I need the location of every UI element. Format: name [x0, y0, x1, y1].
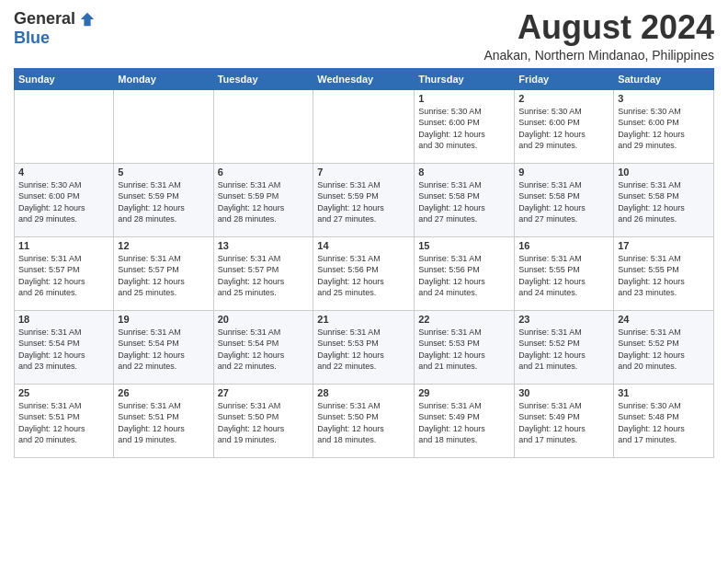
day-detail: Sunrise: 5:31 AM Sunset: 5:53 PM Dayligh…	[317, 327, 410, 373]
calendar-cell: 22Sunrise: 5:31 AM Sunset: 5:53 PM Dayli…	[415, 310, 515, 384]
calendar-cell: 27Sunrise: 5:31 AM Sunset: 5:50 PM Dayli…	[213, 384, 313, 457]
day-number: 7	[317, 167, 410, 178]
calendar-cell: 25Sunrise: 5:31 AM Sunset: 5:51 PM Dayli…	[15, 384, 114, 457]
calendar-cell: 17Sunrise: 5:31 AM Sunset: 5:55 PM Dayli…	[614, 236, 714, 310]
day-detail: Sunrise: 5:31 AM Sunset: 5:59 PM Dayligh…	[317, 179, 410, 225]
calendar-cell: 1Sunrise: 5:30 AM Sunset: 6:00 PM Daylig…	[415, 89, 515, 163]
calendar-cell: 28Sunrise: 5:31 AM Sunset: 5:50 PM Dayli…	[313, 384, 415, 457]
day-detail: Sunrise: 5:31 AM Sunset: 5:57 PM Dayligh…	[118, 253, 209, 299]
day-detail: Sunrise: 5:30 AM Sunset: 6:00 PM Dayligh…	[418, 106, 510, 152]
day-detail: Sunrise: 5:30 AM Sunset: 6:00 PM Dayligh…	[518, 106, 609, 152]
day-number: 29	[418, 387, 510, 398]
calendar-cell: 9Sunrise: 5:31 AM Sunset: 5:58 PM Daylig…	[515, 163, 614, 236]
day-detail: Sunrise: 5:31 AM Sunset: 5:57 PM Dayligh…	[18, 253, 109, 299]
calendar-cell: 16Sunrise: 5:31 AM Sunset: 5:55 PM Dayli…	[515, 236, 614, 310]
calendar-cell: 2Sunrise: 5:30 AM Sunset: 6:00 PM Daylig…	[515, 89, 614, 163]
day-number: 4	[18, 167, 109, 178]
day-detail: Sunrise: 5:31 AM Sunset: 5:51 PM Dayligh…	[118, 400, 209, 446]
day-number: 5	[118, 167, 209, 178]
day-detail: Sunrise: 5:31 AM Sunset: 5:50 PM Dayligh…	[317, 400, 410, 446]
calendar-cell	[114, 89, 213, 163]
day-number: 16	[518, 240, 609, 251]
day-number: 21	[317, 314, 410, 325]
day-number: 15	[418, 240, 510, 251]
day-detail: Sunrise: 5:30 AM Sunset: 6:00 PM Dayligh…	[618, 106, 710, 152]
calendar-cell: 3Sunrise: 5:30 AM Sunset: 6:00 PM Daylig…	[614, 89, 714, 163]
calendar-cell: 11Sunrise: 5:31 AM Sunset: 5:57 PM Dayli…	[15, 236, 114, 310]
header-thursday: Thursday	[415, 68, 515, 89]
day-detail: Sunrise: 5:31 AM Sunset: 5:56 PM Dayligh…	[317, 253, 410, 299]
day-number: 2	[518, 93, 609, 104]
calendar-cell: 8Sunrise: 5:31 AM Sunset: 5:58 PM Daylig…	[415, 163, 515, 236]
day-number: 17	[618, 240, 710, 251]
title-block: August 2024 Anakan, Northern Mindanao, P…	[483, 9, 714, 63]
day-detail: Sunrise: 5:31 AM Sunset: 5:58 PM Dayligh…	[618, 179, 710, 225]
calendar-cell: 4Sunrise: 5:30 AM Sunset: 6:00 PM Daylig…	[15, 163, 114, 236]
header-monday: Monday	[114, 68, 213, 89]
day-number: 24	[618, 314, 710, 325]
header-tuesday: Tuesday	[213, 68, 313, 89]
calendar-cell: 7Sunrise: 5:31 AM Sunset: 5:59 PM Daylig…	[313, 163, 415, 236]
calendar-cell: 19Sunrise: 5:31 AM Sunset: 5:54 PM Dayli…	[114, 310, 213, 384]
calendar-cell: 12Sunrise: 5:31 AM Sunset: 5:57 PM Dayli…	[114, 236, 213, 310]
header-friday: Friday	[515, 68, 614, 89]
day-detail: Sunrise: 5:31 AM Sunset: 5:54 PM Dayligh…	[218, 327, 310, 373]
calendar-cell: 21Sunrise: 5:31 AM Sunset: 5:53 PM Dayli…	[313, 310, 415, 384]
calendar-cell: 13Sunrise: 5:31 AM Sunset: 5:57 PM Dayli…	[213, 236, 313, 310]
calendar-cell	[313, 89, 415, 163]
page-header: General Blue August 2024 Anakan, Norther…	[14, 9, 714, 63]
day-detail: Sunrise: 5:31 AM Sunset: 5:49 PM Dayligh…	[518, 400, 609, 446]
day-number: 1	[418, 93, 510, 104]
calendar-cell: 18Sunrise: 5:31 AM Sunset: 5:54 PM Dayli…	[15, 310, 114, 384]
day-number: 3	[618, 93, 710, 104]
day-number: 30	[518, 387, 609, 398]
day-number: 14	[317, 240, 410, 251]
week-row-1: 1Sunrise: 5:30 AM Sunset: 6:00 PM Daylig…	[15, 89, 714, 163]
logo-blue-text: Blue	[14, 29, 50, 48]
logo-general-text: General	[14, 9, 75, 29]
day-detail: Sunrise: 5:31 AM Sunset: 5:59 PM Dayligh…	[118, 179, 209, 225]
calendar-cell: 14Sunrise: 5:31 AM Sunset: 5:56 PM Dayli…	[313, 236, 415, 310]
calendar-cell: 31Sunrise: 5:30 AM Sunset: 5:48 PM Dayli…	[614, 384, 714, 457]
calendar-cell: 20Sunrise: 5:31 AM Sunset: 5:54 PM Dayli…	[213, 310, 313, 384]
calendar-cell: 30Sunrise: 5:31 AM Sunset: 5:49 PM Dayli…	[515, 384, 614, 457]
day-detail: Sunrise: 5:31 AM Sunset: 5:59 PM Dayligh…	[218, 179, 310, 225]
calendar-cell	[15, 89, 114, 163]
day-detail: Sunrise: 5:31 AM Sunset: 5:54 PM Dayligh…	[18, 327, 109, 373]
day-number: 19	[118, 314, 209, 325]
day-number: 26	[118, 387, 209, 398]
day-detail: Sunrise: 5:30 AM Sunset: 5:48 PM Dayligh…	[618, 400, 710, 446]
calendar-cell: 23Sunrise: 5:31 AM Sunset: 5:52 PM Dayli…	[515, 310, 614, 384]
calendar-cell: 24Sunrise: 5:31 AM Sunset: 5:52 PM Dayli…	[614, 310, 714, 384]
header-wednesday: Wednesday	[313, 68, 415, 89]
day-number: 28	[317, 387, 410, 398]
day-number: 9	[518, 167, 609, 178]
day-number: 10	[618, 167, 710, 178]
day-number: 11	[18, 240, 109, 251]
logo: General Blue	[14, 9, 96, 48]
day-detail: Sunrise: 5:31 AM Sunset: 5:55 PM Dayligh…	[618, 253, 710, 299]
week-row-5: 25Sunrise: 5:31 AM Sunset: 5:51 PM Dayli…	[15, 384, 714, 457]
day-detail: Sunrise: 5:31 AM Sunset: 5:55 PM Dayligh…	[518, 253, 609, 299]
week-row-3: 11Sunrise: 5:31 AM Sunset: 5:57 PM Dayli…	[15, 236, 714, 310]
month-year-title: August 2024	[483, 9, 714, 46]
day-detail: Sunrise: 5:31 AM Sunset: 5:50 PM Dayligh…	[218, 400, 310, 446]
day-detail: Sunrise: 5:31 AM Sunset: 5:56 PM Dayligh…	[418, 253, 510, 299]
svg-marker-0	[81, 12, 94, 25]
day-detail: Sunrise: 5:31 AM Sunset: 5:51 PM Dayligh…	[18, 400, 109, 446]
header-sunday: Sunday	[15, 68, 114, 89]
day-number: 6	[218, 167, 310, 178]
day-number: 23	[518, 314, 609, 325]
day-number: 27	[218, 387, 310, 398]
calendar-table: SundayMondayTuesdayWednesdayThursdayFrid…	[14, 68, 714, 458]
header-saturday: Saturday	[614, 68, 714, 89]
day-detail: Sunrise: 5:31 AM Sunset: 5:49 PM Dayligh…	[418, 400, 510, 446]
calendar-cell: 6Sunrise: 5:31 AM Sunset: 5:59 PM Daylig…	[213, 163, 313, 236]
day-number: 31	[618, 387, 710, 398]
day-number: 13	[218, 240, 310, 251]
day-detail: Sunrise: 5:30 AM Sunset: 6:00 PM Dayligh…	[18, 179, 109, 225]
day-number: 18	[18, 314, 109, 325]
week-row-4: 18Sunrise: 5:31 AM Sunset: 5:54 PM Dayli…	[15, 310, 714, 384]
logo-icon	[79, 11, 96, 28]
day-number: 22	[418, 314, 510, 325]
